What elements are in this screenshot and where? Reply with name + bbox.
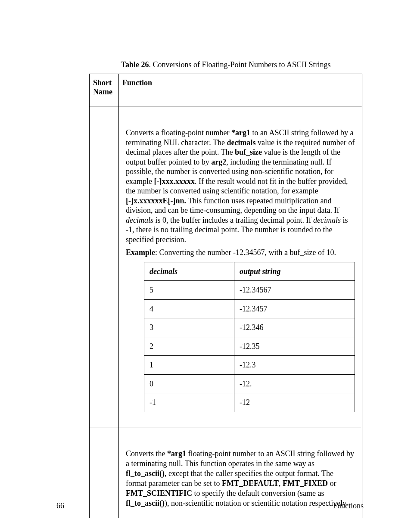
header-short-name: Short Name bbox=[90, 74, 119, 106]
row1-shortname-cell bbox=[90, 106, 119, 427]
table-row: -1-12 bbox=[144, 393, 355, 412]
table-row: 3-12.346 bbox=[144, 318, 355, 337]
section-name: Functions bbox=[333, 501, 364, 510]
table-row: 0-12. bbox=[144, 374, 355, 393]
table-row: 5-12.34567 bbox=[144, 281, 355, 300]
table-row: 2-12.35 bbox=[144, 337, 355, 356]
table-caption: Table 26. Conversions of Floating-Point … bbox=[89, 60, 362, 69]
table-row: 4-12.3457 bbox=[144, 299, 355, 318]
inner-table: decimals output string 5-12.34567 4-12.3… bbox=[144, 262, 355, 412]
inner-header-output: output string bbox=[234, 262, 355, 281]
row1-function-cell: Converts a floating-point number *arg1 t… bbox=[119, 106, 362, 427]
inner-header-decimals: decimals bbox=[144, 262, 234, 281]
outer-table: Short Name Function Converts a floating-… bbox=[89, 74, 362, 518]
table-row: 1-12.3 bbox=[144, 356, 355, 375]
caption-rest: . Conversions of Floating-Point Numbers … bbox=[149, 60, 330, 69]
page-footer: 66 Functions bbox=[56, 501, 364, 510]
row1-paragraph: Converts a floating-point number *arg1 t… bbox=[126, 128, 355, 244]
row2-paragraph: Converts the *arg1 floating-point number… bbox=[126, 449, 355, 508]
page-number: 66 bbox=[56, 501, 64, 510]
header-function: Function bbox=[119, 74, 362, 106]
caption-label: Table 26 bbox=[121, 60, 149, 69]
row1-example: Example: Converting the number -12.34567… bbox=[126, 248, 355, 258]
